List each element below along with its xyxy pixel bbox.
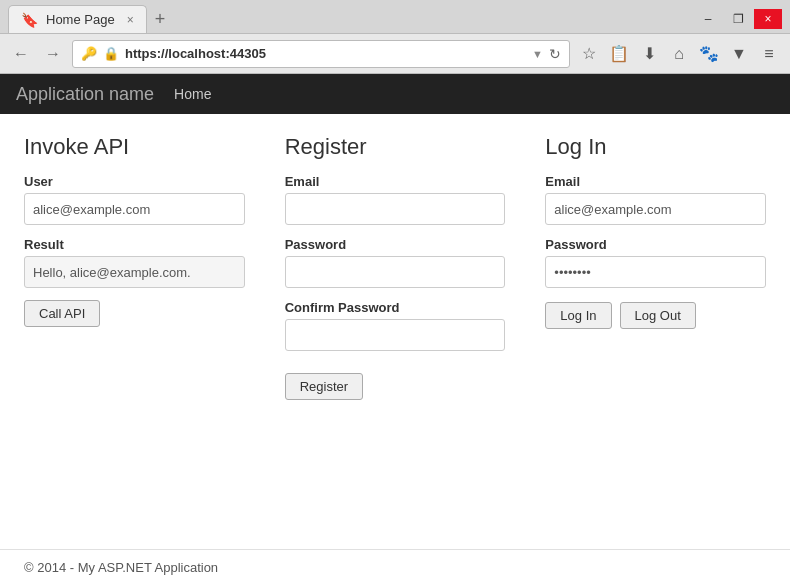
- download-btn[interactable]: ⬇: [636, 41, 662, 67]
- user-label: User: [24, 174, 245, 189]
- new-tab-btn[interactable]: +: [147, 5, 174, 33]
- window-controls: – ❐ ×: [694, 9, 782, 33]
- home-btn[interactable]: ⌂: [666, 41, 692, 67]
- invoke-api-column: Invoke API User Result Call API: [24, 134, 245, 400]
- app-navbar: Application name Home: [0, 74, 790, 114]
- login-btn-group: Log In Log Out: [545, 302, 766, 329]
- login-email-group: Email: [545, 174, 766, 225]
- register-email-input[interactable]: [285, 193, 506, 225]
- login-email-label: Email: [545, 174, 766, 189]
- login-password-label: Password: [545, 237, 766, 252]
- forward-btn[interactable]: →: [40, 41, 66, 67]
- login-password-input[interactable]: [545, 256, 766, 288]
- tab-icon: 🔖: [21, 12, 38, 28]
- result-input: [24, 256, 245, 288]
- login-column: Log In Email Password Log In Log Out: [545, 134, 766, 400]
- refresh-icon[interactable]: ↻: [549, 46, 561, 62]
- back-btn[interactable]: ←: [8, 41, 34, 67]
- page-content: Invoke API User Result Call API Register…: [0, 114, 790, 549]
- toolbar-icons: ☆ 📋 ⬇ ⌂ 🐾 ▼ ≡: [576, 41, 782, 67]
- address-bar[interactable]: 🔑 🔒 https://localhost:44305 ▼ ↻: [72, 40, 570, 68]
- login-title: Log In: [545, 134, 766, 160]
- close-btn[interactable]: ×: [754, 9, 782, 29]
- register-confirm-group: Confirm Password: [285, 300, 506, 351]
- register-email-group: Email: [285, 174, 506, 225]
- menu-btn[interactable]: ≡: [756, 41, 782, 67]
- content-columns: Invoke API User Result Call API Register…: [24, 134, 766, 400]
- bookmark-star-btn[interactable]: ☆: [576, 41, 602, 67]
- more-btn[interactable]: ▼: [726, 41, 752, 67]
- page-footer: © 2014 - My ASP.NET Application: [0, 549, 790, 585]
- user-input[interactable]: [24, 193, 245, 225]
- lock-icon: 🔑: [81, 46, 97, 61]
- login-password-group: Password: [545, 237, 766, 288]
- tab-title: Home Page: [46, 12, 115, 27]
- call-api-button[interactable]: Call API: [24, 300, 100, 327]
- register-email-label: Email: [285, 174, 506, 189]
- reading-list-btn[interactable]: 📋: [606, 41, 632, 67]
- dropdown-icon: ▼: [532, 48, 543, 60]
- ssl-icon: 🔒: [103, 46, 119, 61]
- logout-button[interactable]: Log Out: [620, 302, 696, 329]
- register-confirm-input[interactable]: [285, 319, 506, 351]
- app-name: Application name: [16, 84, 154, 105]
- address-text: https://localhost:44305: [125, 46, 526, 61]
- register-title: Register: [285, 134, 506, 160]
- tab-close-btn[interactable]: ×: [127, 13, 134, 27]
- restore-btn[interactable]: ❐: [724, 9, 752, 29]
- invoke-api-title: Invoke API: [24, 134, 245, 160]
- register-button[interactable]: Register: [285, 373, 363, 400]
- home-nav-link[interactable]: Home: [174, 86, 211, 102]
- minimize-btn[interactable]: –: [694, 9, 722, 29]
- browser-toolbar: ← → 🔑 🔒 https://localhost:44305 ▼ ↻ ☆ 📋 …: [0, 34, 790, 74]
- result-label: Result: [24, 237, 245, 252]
- register-password-group: Password: [285, 237, 506, 288]
- login-button[interactable]: Log In: [545, 302, 611, 329]
- footer-text: © 2014 - My ASP.NET Application: [24, 560, 218, 575]
- user-form-group: User: [24, 174, 245, 225]
- login-email-input[interactable]: [545, 193, 766, 225]
- result-form-group: Result: [24, 237, 245, 288]
- register-password-label: Password: [285, 237, 506, 252]
- register-column: Register Email Password Confirm Password…: [285, 134, 506, 400]
- browser-tab[interactable]: 🔖 Home Page ×: [8, 5, 147, 33]
- register-confirm-label: Confirm Password: [285, 300, 506, 315]
- browser-titlebar: 🔖 Home Page × + – ❐ ×: [0, 0, 790, 34]
- extensions-btn[interactable]: 🐾: [696, 41, 722, 67]
- register-password-input[interactable]: [285, 256, 506, 288]
